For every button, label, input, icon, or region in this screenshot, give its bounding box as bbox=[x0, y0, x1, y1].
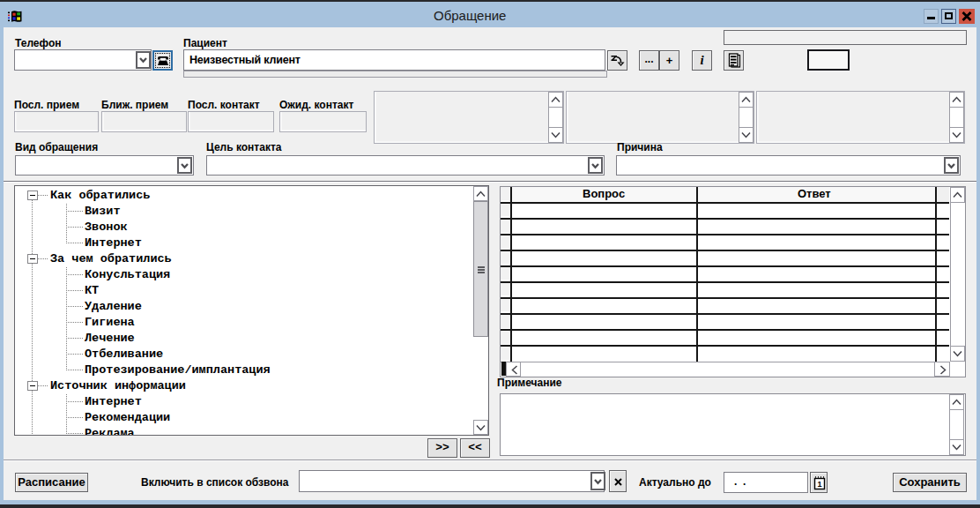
svg-text:1: 1 bbox=[817, 480, 821, 489]
